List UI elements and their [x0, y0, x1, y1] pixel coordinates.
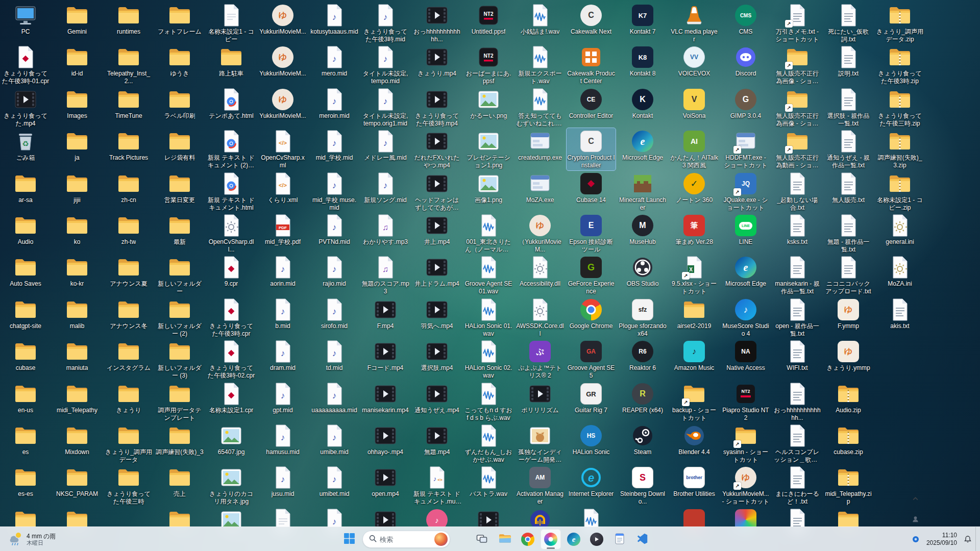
desktop-icon[interactable]: 新規 テキスト ドキュメント (2).html	[207, 128, 256, 170]
desktop-icon[interactable]: </>OpenCvSharp.xml	[258, 128, 307, 170]
desktop-icon[interactable]: NT2Untitled.ppsf	[464, 2, 513, 37]
desktop-icon[interactable]: 新規エクスポート.wav	[516, 44, 565, 86]
desktop-icon[interactable]: ar-sa	[1, 170, 50, 205]
desktop-icon[interactable]: インスタグラム	[104, 338, 153, 373]
desktop-icon[interactable]: ぷぷよぷよ™テトリス® 2	[516, 338, 565, 381]
desktop-icon[interactable]: 小銭詰ま!.wav	[516, 2, 565, 37]
chrome-taskbar-button[interactable]	[518, 529, 538, 549]
desktop-icon[interactable]: NKSC_PARAM	[53, 464, 102, 499]
desktop-icon[interactable]: airset2-2019	[670, 296, 719, 331]
desktop-icon[interactable]: manisekarin - 親作品一覧.txt	[773, 254, 822, 296]
desktop-icon[interactable]: PDFmid_学校.pdf	[258, 212, 307, 247]
desktop-icon[interactable]: フォトフレーム	[155, 2, 204, 37]
chevron-up-icon[interactable]	[909, 488, 923, 509]
desktop-icon[interactable]: F.mp4	[361, 296, 410, 331]
desktop-icon[interactable]: HSHALion Sonic	[567, 422, 616, 457]
desktop-icon[interactable]: きょうり食ってた午後3時-01.cpr	[1, 44, 50, 86]
blue-dot-icon[interactable]	[909, 529, 923, 549]
desktop-icon[interactable]: </>くらり.xml	[258, 170, 307, 205]
desktop-icon[interactable]: ゆYukkuriMovieM...	[258, 86, 307, 121]
desktop-icon[interactable]: ゆYukkuriMovieM...	[258, 2, 307, 37]
desktop-icon[interactable]: ♪b.mid	[258, 296, 307, 331]
desktop-icon[interactable]: ♪Amazon Music	[670, 338, 719, 373]
desktop-icon[interactable]: eInternet Explorer	[567, 464, 616, 499]
desktop-icon[interactable]: ゆうき	[155, 44, 204, 79]
desktop-icon[interactable]: open - 親作品一覧.txt	[773, 296, 822, 339]
desktop-icon[interactable]: 死にたい_仮歌詞.txt	[824, 2, 873, 44]
desktop-icon[interactable]: ♪aorin.mid	[258, 254, 307, 289]
desktop-icon[interactable]: ♪mid_学校 muse.mid	[310, 170, 359, 213]
desktop-icon[interactable]: ksks.txt	[773, 212, 822, 247]
desktop-icon[interactable]: 無人販売.txt	[824, 170, 873, 205]
desktop-icon[interactable]: HALion Sonic 02.wav	[464, 338, 513, 381]
desktop-icon[interactable]: midi_Telepathy.zip	[824, 464, 873, 507]
desktop-icon[interactable]: アナウンス冬	[104, 296, 153, 331]
desktop-icon[interactable]: cubase	[1, 338, 50, 373]
desktop-icon[interactable]: K7Kontakt 7	[618, 2, 667, 37]
desktop-icon[interactable]: MoZA.exe	[516, 170, 565, 205]
desktop-icon[interactable]: ヘルスコンプレッション＿歌詞.txt	[773, 422, 822, 465]
desktop-icon[interactable]: ずんだもん_しおかせぶ.wav	[464, 422, 513, 465]
desktop-icon[interactable]: ♪mid_学校.mid	[310, 128, 359, 163]
desktop-icon[interactable]: NT2Piapro Studio NT2	[721, 381, 770, 423]
desktop-icon[interactable]: ♪タイトル未設定, tempo.orig1.mid	[361, 86, 410, 129]
desktop-icon[interactable]: Audio	[1, 212, 50, 247]
desktop-icon[interactable]: AIかんたん！AITalk 3 関西風	[670, 128, 719, 170]
desktop-icon[interactable]: 選択肢 - 親作品一覧.txt	[824, 86, 873, 129]
desktop-icon[interactable]: プレゼンテーション1.png	[464, 128, 513, 170]
desktop-icon[interactable]: 通知うぜえ.mp4	[412, 381, 461, 415]
desktop-icon[interactable]: きょうり食ってた午後三時	[104, 464, 153, 507]
desktop-icon[interactable]: きょうりのカコリ用タネ.jpg	[207, 464, 256, 507]
desktop-icon[interactable]: ko-kr	[53, 254, 102, 289]
desktop-icon[interactable]: ♪メドレー風.mid	[361, 128, 410, 163]
desktop-icon[interactable]: VVoiSona	[670, 86, 719, 121]
desktop-icon[interactable]: Auto Saves	[1, 254, 50, 289]
desktop-icon[interactable]: 名称未設定1.cpr	[207, 381, 256, 415]
desktop-icon[interactable]: きょうり食ってた午後三時.zip	[875, 86, 924, 129]
desktop-icon[interactable]: WIFI.txt	[773, 338, 822, 373]
desktop-icon[interactable]: cubase.zip	[824, 422, 873, 457]
desktop-icon[interactable]: 井上.mp4	[412, 212, 461, 247]
desktop-icon[interactable]: maniuta	[53, 338, 102, 373]
desktop-icon[interactable]: ♪jusu.mid	[258, 464, 307, 499]
desktop-icon[interactable]: _起動しない場合.txt	[773, 170, 822, 213]
desktop-icon[interactable]: 井上ドラム.mp4	[412, 254, 461, 289]
search-box[interactable]	[362, 531, 450, 548]
desktop-icon[interactable]: ゆ↗YukkuriMovieM... - ショートカット	[721, 464, 770, 507]
desktop-icon[interactable]: まにきにわーるど！.txt	[773, 464, 822, 507]
edge-taskbar-button[interactable]: e	[564, 529, 584, 549]
desktop-icon[interactable]: ♪<>新規 テキスト ドキュメント.musicxml	[412, 464, 461, 507]
desktop-icon[interactable]: 9.cpr	[207, 254, 256, 289]
desktop-icon[interactable]: ♪PVTNd.mid	[310, 212, 359, 247]
desktop-icon[interactable]: きょうり食ってた午後3時.zip	[875, 44, 924, 86]
desktop-icon[interactable]: 答え知っててもむずいねこれ.wav	[516, 86, 565, 129]
desktop-icon[interactable]: K8Kontakt 8	[618, 44, 667, 79]
desktop-icon[interactable]: ニコニコバックアップロード.txt	[824, 254, 873, 296]
person-icon[interactable]	[909, 509, 923, 529]
desktop-icon[interactable]: es-es	[1, 464, 50, 499]
file-explorer-taskbar-button[interactable]	[495, 529, 515, 549]
vscode-taskbar-button[interactable]	[632, 529, 653, 549]
desktop-icon[interactable]: eMicrosoft Edge	[721, 254, 770, 289]
desktop-icon[interactable]: Minecraft Launcher	[618, 170, 667, 213]
desktop-icon[interactable]: 路上駐車	[207, 44, 256, 79]
desktop-icon[interactable]: テンポあて.html	[207, 86, 256, 121]
desktop-icon[interactable]: 無題.mp4	[412, 422, 461, 457]
desktop-icon[interactable]: おっhhhhhhhhhhhh...	[773, 381, 822, 423]
desktop-icon[interactable]: JQ↗JQuake.exe - ショートカット	[721, 170, 770, 213]
desktop-icon[interactable]: きょうり食ってた.mp4	[1, 86, 50, 129]
desktop-icon[interactable]: malib	[53, 296, 102, 331]
desktop-icon[interactable]: ラベル印刷	[155, 86, 204, 121]
desktop-icon[interactable]: 無題 - 親作品一覧.txt	[824, 212, 873, 255]
desktop-icon[interactable]: sfzPlogue sforzando x64	[618, 296, 667, 339]
desktop-icon[interactable]: 新しいフォルダー	[155, 254, 204, 296]
desktop-icon[interactable]: 画像1.png	[464, 170, 513, 205]
desktop-icon[interactable]: NT2おーばーまにあ.ppsf	[464, 44, 513, 86]
desktop-icon[interactable]: NANative Access	[721, 338, 770, 373]
desktop-icon[interactable]: HALion Sonic 01.wav	[464, 296, 513, 339]
desktop-icon[interactable]: Telepathy_Inst_2...	[104, 44, 153, 86]
desktop-icon[interactable]: きょうり_調声用データ	[104, 422, 153, 465]
desktop-icon[interactable]: こってもn d すおf d s b らぶ.wav	[464, 381, 513, 423]
desktop-icon[interactable]: バストラ.wav	[464, 464, 513, 499]
desktop-icon[interactable]: ↗無人販売不正行為画像 - ショートカッ...	[773, 44, 822, 86]
